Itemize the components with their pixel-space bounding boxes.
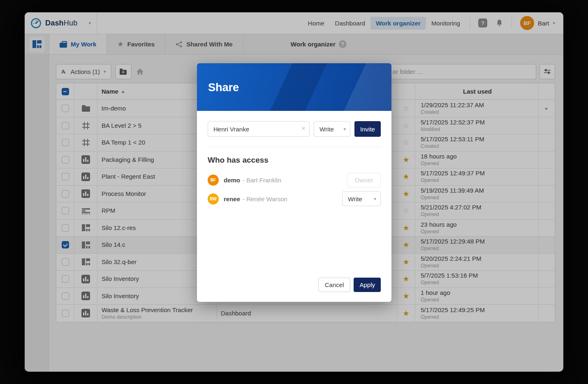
share-modal: Share × Write ▾ Invite Who has access BF…	[197, 63, 391, 302]
app-window: DashHub ▾ Home Dashboard Work organizer …	[25, 12, 563, 372]
permission-value: Write	[319, 126, 334, 133]
share-modal-header: Share	[197, 63, 391, 111]
cancel-button[interactable]: Cancel	[318, 278, 351, 292]
invite-user-input[interactable]	[208, 121, 310, 137]
access-fullname: - Renée Warson	[243, 195, 287, 202]
invite-button[interactable]: Invite	[354, 121, 381, 137]
access-username: demo	[224, 177, 240, 184]
access-fullname: - Bart Franklin	[243, 177, 281, 184]
modal-title: Share	[208, 81, 391, 94]
who-has-access-heading: Who has access	[208, 156, 381, 165]
clear-input-icon[interactable]: ×	[301, 124, 306, 133]
access-username: renee	[224, 195, 240, 202]
invite-permission-select[interactable]: Write ▾	[314, 121, 350, 137]
access-row: BFdemo- Bart FranklinOwner	[208, 170, 381, 189]
access-avatar: BF	[208, 175, 219, 186]
access-row: RWrenee- Renée WarsonWrite▾	[208, 189, 381, 208]
access-avatar: RW	[208, 193, 219, 205]
chevron-down-icon: ▾	[343, 126, 346, 132]
divider	[208, 147, 381, 147]
owner-role-button: Owner	[347, 173, 381, 187]
apply-button[interactable]: Apply	[354, 278, 381, 292]
access-permission-select[interactable]: Write▾	[342, 191, 381, 206]
chevron-down-icon: ▾	[374, 196, 376, 202]
